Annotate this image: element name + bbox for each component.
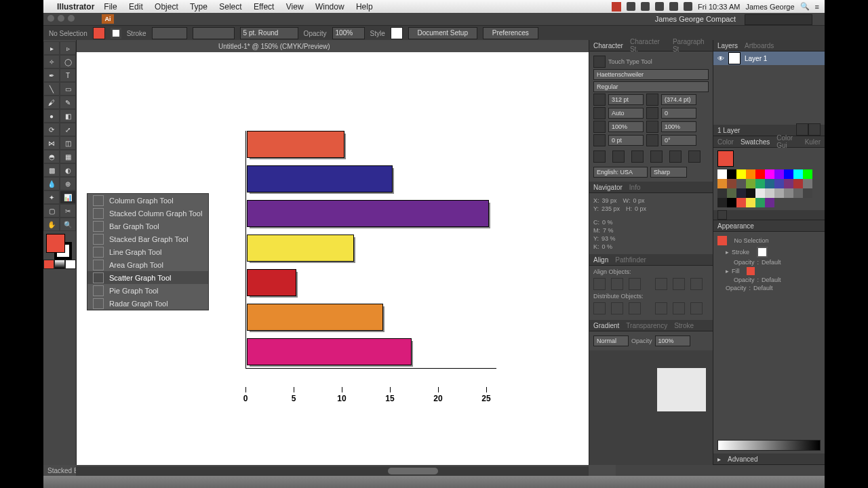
zoom-icon[interactable] (68, 15, 75, 22)
layer-row[interactable]: 👁 Layer 1 (713, 52, 825, 65)
dist-bottom-icon[interactable] (629, 302, 641, 314)
tab-para-styles[interactable]: Paragraph St (673, 38, 709, 53)
chart-bar[interactable] (247, 200, 489, 227)
menu-help[interactable]: Help (356, 2, 373, 12)
doc-setup-button[interactable]: Document Setup (408, 27, 477, 39)
swatch[interactable] (774, 179, 784, 188)
dist-left-icon[interactable] (655, 302, 667, 314)
symbol-spray-tool-icon[interactable]: ✦ (43, 190, 60, 204)
magic-wand-tool-icon[interactable]: ✧ (43, 55, 60, 68)
pencil-tool-icon[interactable]: ✎ (60, 96, 76, 109)
document-tab[interactable]: Untitled-1* @ 150% (CMYK/Preview) (76, 40, 589, 52)
chart-bar[interactable] (247, 235, 354, 262)
eyedropper-tool-icon[interactable]: 💧 (43, 177, 60, 190)
flyout-bar-graph[interactable]: Bar Graph Tool (87, 220, 208, 232)
appearance-stroke-row[interactable]: Stroke (732, 249, 749, 256)
pen-tool-icon[interactable]: ✒ (43, 68, 60, 82)
swatch[interactable] (755, 198, 765, 207)
gradient-mode-icon[interactable] (54, 260, 65, 269)
brush-select[interactable]: 5 pt. Round (240, 27, 298, 39)
strike-icon[interactable] (688, 150, 701, 163)
menu-effect[interactable]: Effect (254, 2, 274, 12)
font-size-input[interactable]: 312 pt (608, 94, 644, 105)
appearance-fill-row[interactable]: Fill (732, 268, 740, 274)
menubar-user[interactable]: James George (745, 3, 794, 11)
tab-colorguide[interactable]: Color Gui (776, 134, 797, 149)
slice-tool-icon[interactable]: ✂ (60, 204, 76, 218)
swatch[interactable] (803, 179, 812, 188)
brush-tool-icon[interactable]: 🖌 (43, 96, 60, 109)
swatch[interactable] (784, 169, 793, 179)
super-icon[interactable] (631, 150, 644, 163)
flyout-column-graph[interactable]: Column Graph Tool (87, 194, 208, 207)
navigator-preview[interactable] (657, 368, 706, 411)
none-mode-icon[interactable] (65, 260, 76, 269)
font-style-select[interactable]: Regular (593, 81, 709, 92)
swatch[interactable] (736, 169, 746, 179)
antialias-select[interactable]: Sharp (650, 167, 687, 178)
tab-character[interactable]: Character (593, 42, 623, 49)
menu-file[interactable]: File (104, 2, 117, 12)
selection-tool-icon[interactable]: ▸ (43, 41, 60, 55)
dist-hcenter-icon[interactable] (673, 302, 685, 314)
swatch[interactable] (755, 179, 765, 188)
tracking-input[interactable]: 0 (661, 108, 696, 119)
prefs-button[interactable]: Preferences (483, 27, 538, 39)
stroke-chip-icon[interactable] (757, 247, 768, 258)
tab-stroke[interactable]: Stroke (674, 322, 694, 329)
swatch[interactable] (774, 188, 784, 198)
fill-swatch[interactable] (93, 27, 105, 39)
notification-icon[interactable]: ≡ (815, 3, 819, 11)
perspective-tool-icon[interactable]: ▦ (60, 150, 76, 163)
swatch[interactable] (746, 198, 755, 207)
fill-color-swatch[interactable] (46, 234, 65, 253)
rect-tool-icon[interactable]: ▭ (60, 82, 76, 96)
mesh-tool-icon[interactable]: ▩ (43, 163, 60, 177)
swatch[interactable] (803, 188, 812, 198)
new-layer-icon[interactable] (796, 123, 808, 136)
swatch[interactable] (746, 179, 755, 188)
gradient-preview[interactable] (717, 440, 821, 451)
touch-type-button[interactable]: Touch Type Tool (608, 58, 652, 65)
blend-tool-icon[interactable]: ⊕ (60, 177, 76, 190)
close-icon[interactable] (47, 15, 54, 22)
tab-swatches[interactable]: Swatches (741, 138, 770, 146)
flyout-radar-graph[interactable]: Radar Graph Tool (87, 297, 208, 310)
type-tool-icon[interactable]: T (60, 68, 76, 82)
swatch[interactable] (736, 179, 746, 188)
swatch[interactable] (793, 169, 803, 179)
chart-bar[interactable] (247, 338, 412, 365)
swatch[interactable] (803, 169, 812, 179)
hscale-input[interactable]: 100% (661, 121, 696, 132)
spotlight-icon[interactable]: 🔍 (800, 2, 810, 11)
swatch[interactable] (765, 179, 774, 188)
stroke-swatch[interactable] (111, 28, 121, 39)
align-vcenter-icon[interactable] (673, 278, 685, 290)
tab-artboards[interactable]: Artboards (745, 42, 774, 49)
swatch[interactable] (727, 169, 736, 179)
menu-view[interactable]: View (286, 2, 304, 12)
delete-layer-icon[interactable] (808, 123, 821, 136)
status-bt-icon[interactable] (641, 2, 650, 11)
swatch[interactable] (755, 169, 765, 179)
allcaps-icon[interactable] (593, 150, 606, 163)
swatch-lib-icon[interactable] (717, 210, 727, 220)
swatch[interactable] (784, 179, 793, 188)
width-tool-icon[interactable]: ⋈ (43, 136, 60, 150)
flyout-stacked-column-graph[interactable]: Stacked Column Graph Tool (87, 207, 208, 220)
lasso-tool-icon[interactable]: ◯ (60, 55, 76, 68)
underline-icon[interactable] (669, 150, 682, 163)
appearance-opacity-row[interactable]: Opacity (734, 259, 755, 266)
smallcaps-icon[interactable] (612, 150, 625, 163)
opacity-input-2[interactable]: 100% (655, 336, 690, 346)
flyout-scatter-graph[interactable]: Scatter Graph Tool (87, 271, 208, 284)
chart-bar[interactable] (247, 131, 344, 158)
status-vol-icon[interactable] (655, 2, 664, 11)
swatch[interactable] (774, 169, 784, 179)
tab-appearance[interactable]: Appearance (717, 222, 754, 230)
workspace-name[interactable]: James George Compact (655, 15, 736, 23)
flyout-stacked-bar-graph[interactable]: Stacked Bar Graph Tool (87, 232, 208, 245)
menu-select[interactable]: Select (219, 2, 241, 12)
stroke-weight-input[interactable] (152, 27, 187, 39)
swatch[interactable] (727, 179, 736, 188)
